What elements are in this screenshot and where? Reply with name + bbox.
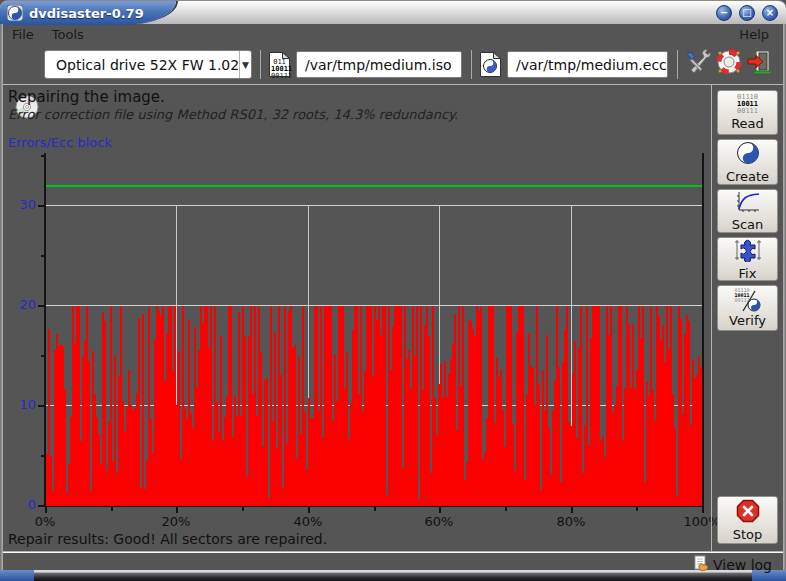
x-major-tick bbox=[176, 507, 178, 513]
verify-button-label: Verify bbox=[729, 313, 766, 328]
error-bars-canvas bbox=[46, 155, 702, 507]
close-button[interactable]: × bbox=[762, 5, 778, 21]
iso-file-icon: 0111001100111 bbox=[268, 51, 291, 82]
window-border-bottom bbox=[0, 570, 786, 581]
x-minor-tick bbox=[505, 507, 507, 511]
titlebar-label-area: dvdisaster-0.79 bbox=[0, 1, 176, 25]
y-tick-label: 20 bbox=[10, 297, 36, 312]
view-log-label: View log bbox=[713, 557, 772, 573]
x-major-tick bbox=[439, 507, 441, 513]
status-title: Repairing the image. bbox=[8, 88, 165, 106]
x-major-tick bbox=[702, 507, 704, 513]
x-major-tick bbox=[571, 507, 573, 513]
menu-help[interactable]: Help bbox=[730, 25, 783, 44]
iso-icon-digits: 0111001100111 bbox=[271, 59, 288, 80]
y-minor-tick bbox=[41, 255, 45, 257]
window-corner-left[interactable] bbox=[0, 570, 34, 581]
x-minor-tick bbox=[111, 507, 113, 511]
repair-result-text: Repair results: Good! All sectors are re… bbox=[8, 531, 327, 547]
ecc-file-icon bbox=[479, 51, 502, 82]
fix-button-label: Fix bbox=[739, 266, 757, 281]
x-tick-label: 0% bbox=[18, 514, 72, 529]
y-minor-tick bbox=[41, 455, 45, 457]
x-tick-label: 60% bbox=[412, 514, 466, 529]
y-major-tick bbox=[38, 205, 45, 207]
window-title: dvdisaster-0.79 bbox=[29, 6, 144, 21]
x-minor-tick bbox=[242, 507, 244, 511]
read-button[interactable]: 011101001100111 Read bbox=[717, 90, 778, 135]
y-tick-label: 30 bbox=[10, 197, 36, 212]
scan-curve-icon bbox=[735, 191, 761, 216]
drive-select[interactable]: Optical drive 52X FW 1.02 ▼ bbox=[44, 50, 252, 79]
right-axis-spine bbox=[702, 153, 704, 507]
quit-door-icon[interactable] bbox=[746, 49, 772, 79]
y-major-tick bbox=[38, 405, 45, 407]
help-lifebuoy-icon[interactable] bbox=[716, 49, 742, 79]
toolbar-separator bbox=[677, 50, 678, 79]
sidebar-separator bbox=[711, 85, 712, 551]
stop-octagon-icon bbox=[736, 499, 760, 526]
x-major-tick bbox=[45, 507, 47, 513]
create-button[interactable]: Create bbox=[717, 139, 778, 185]
y-major-tick bbox=[38, 505, 45, 507]
y-minor-tick bbox=[41, 355, 45, 357]
puzzle-icon bbox=[735, 238, 761, 265]
maximize-button[interactable]: □ bbox=[739, 5, 755, 21]
yin-yang-icon bbox=[736, 141, 760, 168]
binary-yinyang-icon: 011101001100111 bbox=[735, 288, 761, 312]
ecc-path-input[interactable]: /var/tmp/medium.ecc bbox=[507, 51, 668, 78]
x-minor-tick bbox=[374, 507, 376, 511]
toolbar-separator bbox=[471, 50, 472, 79]
window-border-left bbox=[0, 24, 3, 570]
toolbar-bottom-separator bbox=[3, 84, 783, 85]
fix-button[interactable]: Fix bbox=[717, 237, 778, 281]
scan-button[interactable]: Scan bbox=[717, 189, 778, 233]
chart-title: Errors/Ecc block bbox=[8, 135, 112, 150]
binary-digits-icon: 011101001100111 bbox=[737, 94, 758, 115]
stop-button-label: Stop bbox=[733, 527, 763, 542]
x-tick-label: 40% bbox=[281, 514, 335, 529]
statusbar-separator bbox=[3, 551, 783, 552]
y-tick-label: 0 bbox=[10, 497, 36, 512]
chevron-down-icon[interactable]: ▼ bbox=[239, 51, 251, 78]
x-tick-label: 20% bbox=[149, 514, 203, 529]
view-log-icon bbox=[693, 555, 710, 575]
minimize-button[interactable]: − bbox=[716, 5, 732, 21]
y-major-tick bbox=[38, 305, 45, 307]
scan-button-label: Scan bbox=[732, 217, 764, 232]
read-button-label: Read bbox=[731, 116, 764, 131]
titlebar[interactable]: dvdisaster-0.79 − □ × bbox=[0, 0, 786, 24]
x-minor-tick bbox=[636, 507, 638, 511]
menu-file[interactable]: File bbox=[3, 25, 43, 44]
drive-select-value: Optical drive 52X FW 1.02 bbox=[45, 57, 239, 73]
x-major-tick bbox=[308, 507, 310, 513]
stop-button[interactable]: Stop bbox=[717, 496, 778, 544]
status-subtitle: Error correction file using Method RS01,… bbox=[8, 107, 458, 122]
toolbar-separator bbox=[260, 50, 261, 79]
menu-tools[interactable]: Tools bbox=[43, 25, 93, 44]
iso-path-input[interactable]: /var/tmp/medium.iso bbox=[296, 51, 462, 78]
y-tick-label: 10 bbox=[10, 397, 36, 412]
x-tick-label: 80% bbox=[544, 514, 598, 529]
verify-button[interactable]: 011101001100111 Verify bbox=[717, 285, 778, 331]
menubar: File Tools Help bbox=[3, 24, 783, 45]
app-yinyang-icon bbox=[7, 5, 23, 21]
y-minor-tick bbox=[41, 155, 45, 157]
create-button-label: Create bbox=[726, 169, 769, 184]
view-log-button[interactable]: View log bbox=[693, 555, 772, 575]
preferences-tools-icon[interactable] bbox=[686, 49, 713, 80]
app-window: dvdisaster-0.79 − □ × File Tools Help Op… bbox=[0, 0, 786, 581]
